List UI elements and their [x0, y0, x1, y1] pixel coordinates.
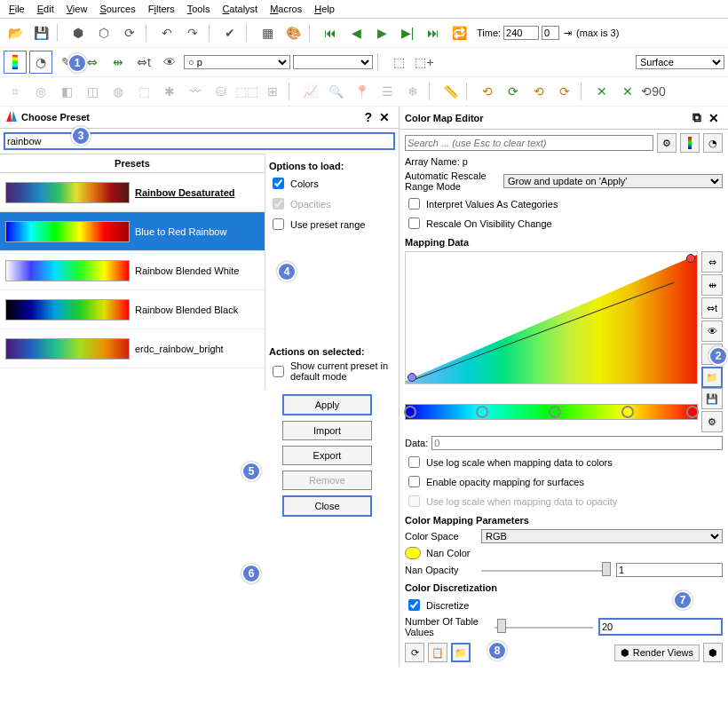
data-value-input[interactable]: [431, 436, 723, 450]
zoom-data-icon[interactable]: ⟳: [502, 80, 525, 103]
use-range-checkbox[interactable]: [273, 218, 284, 230]
reset-camera-icon[interactable]: ⟲: [476, 80, 499, 103]
preset-rainbow-black[interactable]: Rainbow Blended Black: [0, 290, 265, 329]
representation-combo[interactable]: Surface: [636, 55, 724, 69]
discretize-checkbox[interactable]: [408, 599, 420, 611]
component-combo[interactable]: [293, 55, 373, 69]
selection-icon[interactable]: ⬚: [387, 51, 410, 74]
axis-x-plus-icon[interactable]: ✕: [616, 80, 639, 103]
close-icon[interactable]: ✕: [376, 110, 393, 124]
nan-color-swatch[interactable]: [405, 547, 421, 559]
resample-icon[interactable]: ⊞: [261, 80, 284, 103]
undo-icon[interactable]: ↶: [155, 21, 178, 44]
preset-search-input[interactable]: [4, 132, 395, 150]
selection-add-icon[interactable]: ⬚+: [413, 51, 436, 74]
redo-icon[interactable]: ↷: [181, 21, 204, 44]
group-icon[interactable]: ⬚⬚: [235, 80, 258, 103]
scalar-bar-toggle-icon[interactable]: [680, 133, 700, 153]
save-preset-icon[interactable]: 💾: [701, 388, 723, 409]
advanced-icon[interactable]: ⚙: [701, 411, 723, 432]
loop-icon[interactable]: 🔁: [447, 21, 471, 44]
preset-erdc-rainbow[interactable]: erdc_rainbow_bright: [0, 329, 265, 368]
export-button[interactable]: Export: [282, 446, 372, 465]
color-transfer-bar[interactable]: [405, 404, 698, 420]
play-icon[interactable]: ▶: [370, 21, 393, 44]
log-colors-checkbox[interactable]: [408, 456, 420, 468]
cam-x-icon[interactable]: ⟲: [527, 80, 550, 103]
nan-opacity-slider[interactable]: [481, 565, 611, 575]
interact-icon[interactable]: ☰: [376, 80, 399, 103]
disconnect-icon[interactable]: ⬡: [92, 21, 115, 44]
slice-icon[interactable]: ◫: [81, 80, 104, 103]
preset-rainbow-desaturated[interactable]: Rainbow Desaturated: [0, 173, 265, 212]
time-step-input[interactable]: [542, 26, 559, 40]
default-checkbox[interactable]: [273, 366, 284, 377]
num-values-input[interactable]: [598, 618, 723, 636]
choose-preset-side-icon[interactable]: 📁: [701, 367, 723, 388]
save-defaults-icon[interactable]: 📁: [451, 643, 471, 662]
auto-render-icon[interactable]: ⬢: [703, 643, 723, 662]
close-button[interactable]: Close: [282, 495, 372, 517]
nan-opacity-input[interactable]: [616, 563, 723, 577]
snap-icon[interactable]: ⇥: [564, 28, 572, 39]
apply-button[interactable]: Apply: [282, 394, 372, 415]
menu-filters[interactable]: Filters: [143, 2, 180, 16]
menu-help[interactable]: Help: [309, 2, 340, 16]
cam-y-icon[interactable]: ⟳: [553, 80, 576, 103]
rescale-time-icon[interactable]: ⇔t: [132, 51, 155, 74]
rescale-data-icon[interactable]: ⇔: [701, 251, 723, 273]
next-frame-icon[interactable]: ▶|: [396, 21, 419, 44]
axis-x-minus-icon[interactable]: ✕: [590, 80, 613, 103]
save-icon[interactable]: 💾: [29, 21, 52, 44]
rescale-time-side-icon[interactable]: ⇔t: [701, 297, 723, 319]
close-icon[interactable]: ✕: [705, 111, 723, 125]
axis-rotate-icon[interactable]: ⟲90: [642, 80, 665, 103]
render-views-button[interactable]: ⬢Render Views: [614, 645, 700, 661]
palette-icon[interactable]: 🎨: [281, 21, 305, 44]
contour-icon[interactable]: ◎: [29, 80, 52, 103]
last-frame-icon[interactable]: ⏭: [422, 21, 445, 44]
color-space-combo[interactable]: RGB: [481, 529, 723, 543]
rescale-visible-side-icon[interactable]: 👁: [701, 320, 723, 342]
gear-icon[interactable]: ⚙: [657, 133, 677, 153]
menu-sources[interactable]: Sources: [94, 2, 140, 16]
separate-map-icon[interactable]: ◔: [703, 133, 723, 153]
menu-view[interactable]: View: [61, 2, 93, 16]
prev-frame-icon[interactable]: ◀: [344, 21, 368, 44]
find-data-icon[interactable]: ▦: [256, 21, 279, 44]
freeze-icon[interactable]: ❄: [401, 80, 424, 103]
preset-rainbow-white[interactable]: Rainbow Blended White: [0, 251, 265, 290]
rescale-visibility-checkbox[interactable]: [408, 218, 420, 229]
apply-icon[interactable]: ✔: [218, 21, 241, 44]
first-frame-icon[interactable]: ⏮: [319, 21, 342, 44]
rescale-mode-combo[interactable]: Grow and update on 'Apply': [503, 174, 723, 188]
menu-tools[interactable]: Tools: [182, 2, 216, 16]
array-combo[interactable]: ○ p: [184, 55, 290, 69]
preset-blue-to-red[interactable]: Blue to Red Rainbow: [0, 212, 265, 251]
probe-icon[interactable]: 📍: [350, 80, 373, 103]
rescale-custom-side-icon[interactable]: ⇹: [701, 274, 723, 296]
scalar-bar-icon[interactable]: [4, 51, 27, 74]
menu-file[interactable]: File: [4, 2, 30, 16]
interpret-categories-checkbox[interactable]: [408, 198, 420, 210]
open-icon[interactable]: 📂: [4, 21, 27, 44]
calculator-icon[interactable]: ⌗: [4, 80, 27, 103]
reset-all-icon[interactable]: ⟳: [405, 643, 424, 662]
threshold-icon[interactable]: ◍: [107, 80, 130, 103]
warp-icon[interactable]: ⛁: [210, 80, 233, 103]
query-icon[interactable]: 🔍: [324, 80, 347, 103]
extract-icon[interactable]: ⬚: [132, 80, 155, 103]
reload-icon[interactable]: ⟳: [118, 21, 141, 44]
clip-icon[interactable]: ◧: [55, 80, 78, 103]
help-icon[interactable]: ?: [360, 110, 376, 124]
color-map-icon[interactable]: ◔: [29, 51, 52, 74]
menu-macros[interactable]: Macros: [265, 2, 307, 16]
connect-icon[interactable]: ⬢: [67, 21, 90, 44]
dock-icon[interactable]: ⧉: [689, 110, 705, 125]
opacity-function-chart[interactable]: [405, 251, 698, 384]
rescale-visible-icon[interactable]: 👁: [158, 51, 181, 74]
menu-catalyst[interactable]: Catalyst: [217, 2, 263, 16]
time-input[interactable]: [503, 26, 539, 40]
opacity-surface-checkbox[interactable]: [408, 476, 420, 487]
cme-search-input[interactable]: [405, 135, 653, 151]
